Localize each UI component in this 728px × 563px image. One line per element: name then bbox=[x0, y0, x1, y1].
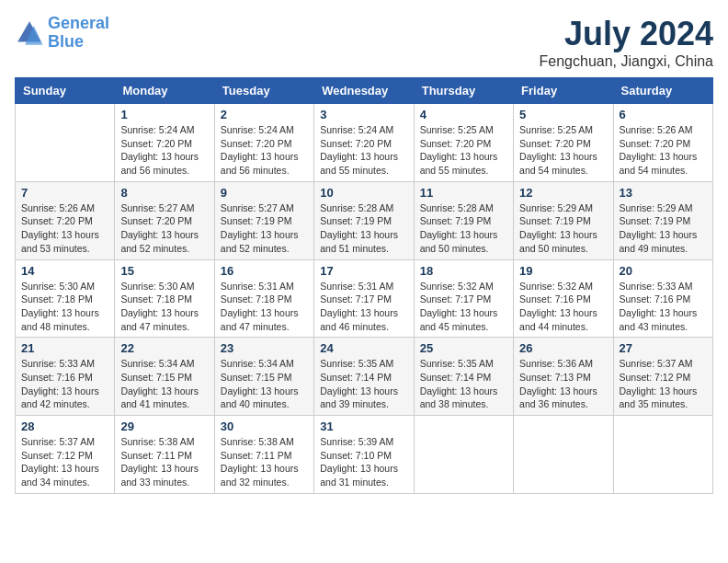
logo-text: General Blue bbox=[48, 15, 109, 52]
calendar-cell bbox=[16, 104, 115, 182]
logo-icon bbox=[15, 18, 44, 48]
calendar-cell: 28Sunrise: 5:37 AM Sunset: 7:12 PM Dayli… bbox=[16, 416, 115, 494]
day-info: Sunrise: 5:24 AM Sunset: 7:20 PM Dayligh… bbox=[320, 123, 407, 178]
day-info: Sunrise: 5:29 AM Sunset: 7:19 PM Dayligh… bbox=[519, 201, 607, 256]
day-number: 24 bbox=[320, 341, 407, 355]
calendar-cell: 19Sunrise: 5:32 AM Sunset: 7:16 PM Dayli… bbox=[514, 259, 613, 338]
day-number: 20 bbox=[620, 264, 707, 278]
day-info: Sunrise: 5:38 AM Sunset: 7:11 PM Dayligh… bbox=[221, 435, 308, 489]
calendar-cell: 23Sunrise: 5:34 AM Sunset: 7:15 PM Dayli… bbox=[214, 338, 313, 416]
calendar-cell: 2Sunrise: 5:24 AM Sunset: 7:20 PM Daylig… bbox=[214, 104, 313, 182]
calendar-cell: 21Sunrise: 5:33 AM Sunset: 7:16 PM Dayli… bbox=[16, 338, 115, 416]
day-info: Sunrise: 5:26 AM Sunset: 7:20 PM Dayligh… bbox=[21, 201, 108, 256]
day-info: Sunrise: 5:32 AM Sunset: 7:17 PM Dayligh… bbox=[420, 280, 507, 334]
day-number: 17 bbox=[320, 264, 407, 278]
day-info: Sunrise: 5:35 AM Sunset: 7:14 PM Dayligh… bbox=[320, 357, 407, 411]
day-info: Sunrise: 5:25 AM Sunset: 7:20 PM Dayligh… bbox=[519, 123, 607, 178]
day-info: Sunrise: 5:37 AM Sunset: 7:12 PM Dayligh… bbox=[620, 357, 707, 411]
calendar-cell: 7Sunrise: 5:26 AM Sunset: 7:20 PM Daylig… bbox=[16, 181, 115, 259]
calendar-cell: 14Sunrise: 5:30 AM Sunset: 7:18 PM Dayli… bbox=[16, 259, 115, 338]
day-number: 18 bbox=[420, 264, 507, 278]
calendar-cell: 16Sunrise: 5:31 AM Sunset: 7:18 PM Dayli… bbox=[214, 259, 313, 338]
day-info: Sunrise: 5:25 AM Sunset: 7:20 PM Dayligh… bbox=[420, 123, 507, 178]
calendar-cell: 25Sunrise: 5:35 AM Sunset: 7:14 PM Dayli… bbox=[414, 338, 513, 416]
day-info: Sunrise: 5:31 AM Sunset: 7:17 PM Dayligh… bbox=[320, 280, 407, 334]
calendar-cell bbox=[414, 416, 513, 494]
day-number: 13 bbox=[620, 186, 707, 200]
week-row-3: 14Sunrise: 5:30 AM Sunset: 7:18 PM Dayli… bbox=[16, 259, 713, 338]
calendar-cell: 31Sunrise: 5:39 AM Sunset: 7:10 PM Dayli… bbox=[314, 416, 414, 494]
calendar-cell: 24Sunrise: 5:35 AM Sunset: 7:14 PM Dayli… bbox=[314, 338, 414, 416]
day-info: Sunrise: 5:39 AM Sunset: 7:10 PM Dayligh… bbox=[320, 435, 407, 489]
week-row-1: 1Sunrise: 5:24 AM Sunset: 7:20 PM Daylig… bbox=[16, 104, 713, 182]
logo-general: General bbox=[48, 14, 109, 32]
day-info: Sunrise: 5:24 AM Sunset: 7:20 PM Dayligh… bbox=[221, 123, 308, 178]
day-number: 7 bbox=[21, 186, 108, 200]
calendar-cell: 8Sunrise: 5:27 AM Sunset: 7:20 PM Daylig… bbox=[115, 181, 214, 259]
day-number: 26 bbox=[519, 341, 607, 355]
day-number: 29 bbox=[120, 419, 208, 433]
day-number: 14 bbox=[21, 264, 108, 278]
day-number: 8 bbox=[120, 186, 208, 200]
day-number: 16 bbox=[221, 264, 308, 278]
day-number: 22 bbox=[120, 341, 208, 355]
day-number: 21 bbox=[21, 341, 108, 355]
calendar-header: SundayMondayTuesdayWednesdayThursdayFrid… bbox=[16, 78, 713, 104]
weekday-header-sunday: Sunday bbox=[16, 78, 115, 104]
day-info: Sunrise: 5:30 AM Sunset: 7:18 PM Dayligh… bbox=[21, 280, 108, 334]
day-info: Sunrise: 5:37 AM Sunset: 7:12 PM Dayligh… bbox=[21, 435, 108, 489]
calendar-cell: 15Sunrise: 5:30 AM Sunset: 7:18 PM Dayli… bbox=[115, 259, 214, 338]
weekday-header-monday: Monday bbox=[115, 78, 214, 104]
weekday-header-wednesday: Wednesday bbox=[314, 78, 414, 104]
day-info: Sunrise: 5:32 AM Sunset: 7:16 PM Dayligh… bbox=[519, 280, 607, 334]
day-number: 3 bbox=[320, 108, 407, 121]
day-info: Sunrise: 5:26 AM Sunset: 7:20 PM Dayligh… bbox=[620, 123, 707, 178]
location: Fengchuan, Jiangxi, China bbox=[540, 53, 713, 70]
calendar-cell: 22Sunrise: 5:34 AM Sunset: 7:15 PM Dayli… bbox=[115, 338, 214, 416]
weekday-row: SundayMondayTuesdayWednesdayThursdayFrid… bbox=[16, 78, 713, 104]
day-number: 28 bbox=[21, 419, 108, 433]
weekday-header-tuesday: Tuesday bbox=[214, 78, 313, 104]
calendar-table: SundayMondayTuesdayWednesdayThursdayFrid… bbox=[15, 77, 713, 494]
weekday-header-saturday: Saturday bbox=[613, 78, 712, 104]
calendar-cell: 3Sunrise: 5:24 AM Sunset: 7:20 PM Daylig… bbox=[314, 104, 414, 182]
day-number: 27 bbox=[620, 341, 707, 355]
day-info: Sunrise: 5:28 AM Sunset: 7:19 PM Dayligh… bbox=[320, 201, 407, 256]
calendar-body: 1Sunrise: 5:24 AM Sunset: 7:20 PM Daylig… bbox=[16, 104, 713, 494]
calendar-cell: 11Sunrise: 5:28 AM Sunset: 7:19 PM Dayli… bbox=[414, 181, 513, 259]
calendar-cell: 9Sunrise: 5:27 AM Sunset: 7:19 PM Daylig… bbox=[214, 181, 313, 259]
calendar-cell: 27Sunrise: 5:37 AM Sunset: 7:12 PM Dayli… bbox=[613, 338, 712, 416]
title-block: July 2024 Fengchuan, Jiangxi, China bbox=[540, 15, 713, 70]
day-number: 1 bbox=[120, 108, 208, 121]
calendar-cell: 1Sunrise: 5:24 AM Sunset: 7:20 PM Daylig… bbox=[115, 104, 214, 182]
calendar-cell: 6Sunrise: 5:26 AM Sunset: 7:20 PM Daylig… bbox=[613, 104, 712, 182]
calendar-cell: 18Sunrise: 5:32 AM Sunset: 7:17 PM Dayli… bbox=[414, 259, 513, 338]
week-row-2: 7Sunrise: 5:26 AM Sunset: 7:20 PM Daylig… bbox=[16, 181, 713, 259]
logo-blue: Blue bbox=[48, 32, 84, 51]
day-info: Sunrise: 5:29 AM Sunset: 7:19 PM Dayligh… bbox=[620, 201, 707, 256]
day-info: Sunrise: 5:34 AM Sunset: 7:15 PM Dayligh… bbox=[221, 357, 308, 411]
day-info: Sunrise: 5:38 AM Sunset: 7:11 PM Dayligh… bbox=[120, 435, 208, 489]
day-number: 30 bbox=[221, 419, 308, 433]
calendar-cell bbox=[514, 416, 613, 494]
day-info: Sunrise: 5:33 AM Sunset: 7:16 PM Dayligh… bbox=[620, 280, 707, 334]
day-info: Sunrise: 5:31 AM Sunset: 7:18 PM Dayligh… bbox=[221, 280, 308, 334]
page-header: General Blue July 2024 Fengchuan, Jiangx… bbox=[15, 15, 713, 70]
week-row-5: 28Sunrise: 5:37 AM Sunset: 7:12 PM Dayli… bbox=[16, 416, 713, 494]
calendar-cell: 17Sunrise: 5:31 AM Sunset: 7:17 PM Dayli… bbox=[314, 259, 414, 338]
day-info: Sunrise: 5:35 AM Sunset: 7:14 PM Dayligh… bbox=[420, 357, 507, 411]
calendar-cell: 30Sunrise: 5:38 AM Sunset: 7:11 PM Dayli… bbox=[214, 416, 313, 494]
day-number: 31 bbox=[320, 419, 407, 433]
weekday-header-friday: Friday bbox=[514, 78, 613, 104]
calendar-cell: 5Sunrise: 5:25 AM Sunset: 7:20 PM Daylig… bbox=[514, 104, 613, 182]
calendar-cell bbox=[613, 416, 712, 494]
calendar-cell: 4Sunrise: 5:25 AM Sunset: 7:20 PM Daylig… bbox=[414, 104, 513, 182]
logo: General Blue bbox=[15, 15, 109, 52]
day-info: Sunrise: 5:33 AM Sunset: 7:16 PM Dayligh… bbox=[21, 357, 108, 411]
day-info: Sunrise: 5:30 AM Sunset: 7:18 PM Dayligh… bbox=[120, 280, 208, 334]
weekday-header-thursday: Thursday bbox=[414, 78, 513, 104]
day-info: Sunrise: 5:27 AM Sunset: 7:20 PM Dayligh… bbox=[120, 201, 208, 256]
day-number: 15 bbox=[120, 264, 208, 278]
month-title: July 2024 bbox=[540, 15, 713, 53]
day-info: Sunrise: 5:28 AM Sunset: 7:19 PM Dayligh… bbox=[420, 201, 507, 256]
